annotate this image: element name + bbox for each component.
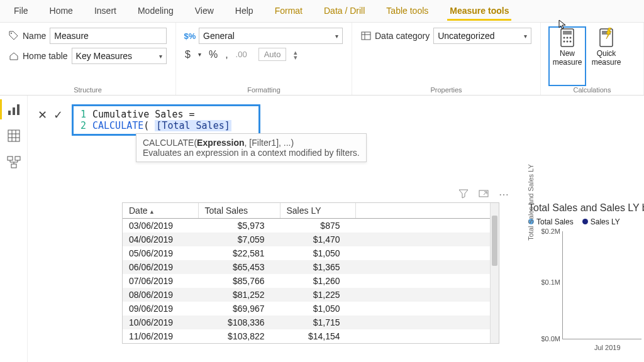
report-view-icon[interactable] bbox=[6, 102, 21, 117]
format-icon: $% bbox=[185, 31, 195, 41]
ribbon: Name Measure Home table Key Measures▾ St… bbox=[0, 23, 644, 96]
formula-keyword: CALCULATE bbox=[92, 120, 143, 131]
data-category-label: Data category bbox=[375, 31, 430, 41]
legend-dot-b bbox=[582, 219, 588, 224]
svg-rect-1 bbox=[362, 32, 370, 40]
formula-measure-ref: [Total Sales] bbox=[155, 120, 231, 131]
ribbon-group-structure: Name Measure Home table Key Measures▾ St… bbox=[0, 23, 176, 95]
chart-plot: $0.2M $0.1M $0.0M Jul 2019 bbox=[562, 231, 641, 339]
percent-button[interactable]: % bbox=[209, 49, 218, 60]
visual-header: ⋯ bbox=[122, 189, 509, 201]
thousand-sep-button[interactable]: , bbox=[225, 49, 228, 60]
chart-visual[interactable]: Total Sales and Sales LY b Total Sales S… bbox=[528, 202, 644, 362]
x-tick-label: Jul 2019 bbox=[594, 344, 621, 351]
table-row[interactable]: 11/06/2019$103,822$14,154 bbox=[123, 329, 499, 343]
scrollbar[interactable] bbox=[490, 203, 499, 343]
tab-table-tools[interactable]: Table tools bbox=[377, 2, 437, 21]
tab-data-drill[interactable]: Data / Drill bbox=[315, 2, 374, 21]
currency-button[interactable]: $ bbox=[185, 49, 191, 60]
tab-home[interactable]: Home bbox=[41, 2, 82, 21]
chevron-down-icon: ▾ bbox=[524, 33, 527, 40]
intellisense-tooltip: CALCULATE(Expression, [Filter1], ...) Ev… bbox=[136, 133, 367, 162]
table-header-row: Date Total Sales Sales LY bbox=[123, 203, 499, 219]
menubar: File Home Insert Modeling View Help Form… bbox=[0, 0, 644, 23]
focus-mode-icon[interactable] bbox=[479, 189, 489, 201]
home-icon bbox=[9, 51, 19, 61]
svg-point-8 bbox=[570, 37, 572, 39]
more-options-icon[interactable]: ⋯ bbox=[499, 189, 509, 201]
col-date[interactable]: Date bbox=[123, 203, 198, 219]
tab-measure-tools[interactable]: Measure tools bbox=[441, 2, 518, 21]
new-measure-label: New measure bbox=[550, 49, 585, 67]
cancel-formula-button[interactable]: ✕ bbox=[38, 108, 47, 122]
decimal-auto[interactable]: Auto bbox=[258, 48, 287, 61]
group-label-calculations: Calculations bbox=[550, 85, 635, 94]
tab-file[interactable]: File bbox=[5, 2, 37, 21]
ribbon-group-calculations: New measure Quick measure Calculations bbox=[541, 23, 644, 95]
table-row[interactable]: 04/06/2019$7,059$1,470 bbox=[123, 233, 499, 246]
svg-rect-22 bbox=[8, 156, 13, 160]
group-label-formatting: Formatting bbox=[185, 85, 343, 94]
commit-formula-button[interactable]: ✓ bbox=[53, 108, 63, 122]
format-dropdown[interactable]: General▾ bbox=[199, 28, 343, 44]
tab-format[interactable]: Format bbox=[266, 2, 311, 21]
svg-point-7 bbox=[567, 37, 569, 39]
svg-rect-23 bbox=[15, 156, 20, 160]
currency-caret[interactable]: ▾ bbox=[198, 51, 201, 58]
decimal-button[interactable]: .00 bbox=[236, 50, 247, 59]
svg-rect-17 bbox=[8, 130, 19, 141]
tab-help[interactable]: Help bbox=[226, 2, 262, 21]
svg-rect-14 bbox=[8, 111, 11, 115]
new-measure-button[interactable]: New measure bbox=[550, 28, 585, 85]
table-visual[interactable]: Date Total Sales Sales LY 03/06/2019$5,9… bbox=[122, 202, 499, 344]
svg-point-9 bbox=[564, 41, 565, 43]
home-table-label: Home table bbox=[23, 51, 68, 61]
stepper-icon[interactable]: ▴▾ bbox=[294, 50, 297, 60]
tab-modeling[interactable]: Modeling bbox=[129, 2, 182, 21]
view-rail bbox=[0, 96, 28, 362]
scrollbar-thumb[interactable] bbox=[492, 216, 497, 266]
tab-insert[interactable]: Insert bbox=[86, 2, 125, 21]
group-label-structure: Structure bbox=[9, 85, 167, 94]
svg-point-0 bbox=[11, 33, 12, 34]
svg-rect-24 bbox=[11, 164, 16, 168]
table-row[interactable]: 10/06/2019$108,336$1,715 bbox=[123, 315, 499, 329]
table-row[interactable]: 08/06/2019$81,252$1,225 bbox=[123, 288, 499, 302]
filter-icon[interactable] bbox=[458, 189, 469, 201]
tab-view[interactable]: View bbox=[186, 2, 223, 21]
chevron-down-icon: ▾ bbox=[159, 53, 162, 60]
name-label: Name bbox=[23, 31, 46, 41]
tag-icon bbox=[9, 31, 19, 41]
formula-line-1: Cumulative Sales = bbox=[92, 109, 195, 120]
quick-measure-label: Quick measure bbox=[589, 49, 624, 67]
table-row[interactable]: 05/06/2019$22,581$1,050 bbox=[123, 246, 499, 260]
formula-bar[interactable]: 1Cumulative Sales = 2CALCULATE( [Total S… bbox=[72, 104, 260, 136]
col-total-sales[interactable]: Total Sales bbox=[198, 203, 280, 219]
chart-title: Total Sales and Sales LY b bbox=[528, 202, 644, 214]
ribbon-group-formatting: $% General▾ $ ▾ % , .00 Auto ▴▾ Formatti… bbox=[176, 23, 352, 95]
svg-rect-16 bbox=[17, 104, 19, 115]
table-row[interactable]: 06/06/2019$65,453$1,365 bbox=[123, 260, 499, 274]
svg-point-6 bbox=[564, 37, 565, 39]
data-category-dropdown[interactable]: Uncategorized▾ bbox=[433, 28, 531, 44]
cursor-icon bbox=[558, 19, 569, 32]
svg-point-10 bbox=[567, 41, 569, 43]
canvas: ✕ ✓ 1Cumulative Sales = 2CALCULATE( [Tot… bbox=[28, 96, 644, 362]
home-table-dropdown[interactable]: Key Measures▾ bbox=[72, 48, 167, 64]
quick-calculator-icon bbox=[596, 28, 616, 48]
chart-legend: Total Sales Sales LY bbox=[528, 217, 644, 226]
category-icon bbox=[361, 31, 371, 41]
table-row[interactable]: 09/06/2019$69,967$1,050 bbox=[123, 302, 499, 315]
ribbon-group-properties: Data category Uncategorized▾ Properties bbox=[352, 23, 541, 95]
chevron-down-icon: ▾ bbox=[335, 33, 338, 40]
group-label-properties: Properties bbox=[361, 85, 531, 94]
model-view-icon[interactable] bbox=[6, 155, 21, 170]
col-sales-ly[interactable]: Sales LY bbox=[280, 203, 355, 219]
table-row[interactable]: 07/06/2019$85,766$1,260 bbox=[123, 274, 499, 288]
svg-rect-15 bbox=[13, 107, 15, 115]
table-row[interactable]: 03/06/2019$5,973$875 bbox=[123, 219, 499, 233]
name-input[interactable]: Measure bbox=[50, 28, 167, 44]
data-view-icon[interactable] bbox=[6, 128, 21, 143]
svg-point-11 bbox=[570, 41, 572, 43]
quick-measure-button[interactable]: Quick measure bbox=[589, 28, 624, 85]
